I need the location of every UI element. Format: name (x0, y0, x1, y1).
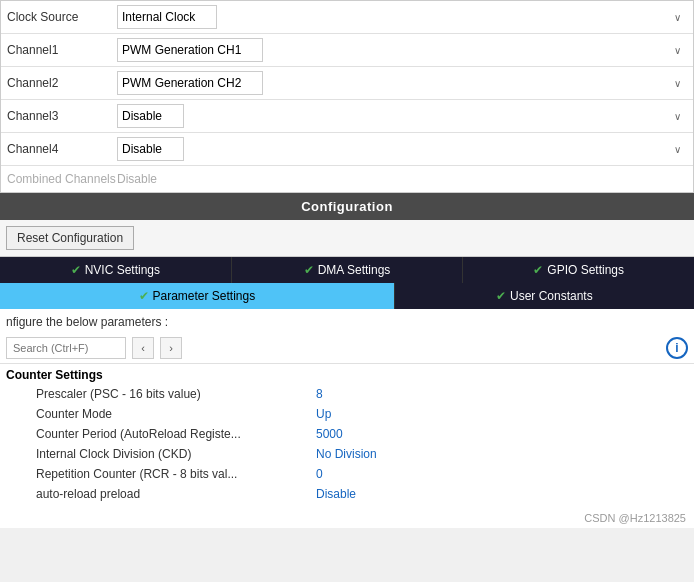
nvic-check-icon: ✔ (71, 263, 81, 277)
watermark: CSDN @Hz1213825 (0, 508, 694, 528)
info-button[interactable]: i (666, 337, 688, 359)
param-row-rcr: Repetition Counter (RCR - 8 bits val... … (6, 464, 688, 484)
param-counter-mode-name: Counter Mode (36, 407, 316, 421)
tab-dma-label: DMA Settings (318, 263, 391, 277)
tab-params-label: Parameter Settings (153, 289, 256, 303)
info-icon: i (675, 341, 678, 355)
chevron-left-icon: ‹ (141, 342, 145, 354)
param-row-counter-mode: Counter Mode Up (6, 404, 688, 424)
channel2-label: Channel2 (7, 76, 117, 90)
channel3-wrapper[interactable]: Disable (117, 104, 687, 128)
channel4-row: Channel4 Disable (1, 133, 693, 166)
configure-text: nfigure the below parameters : (0, 309, 694, 333)
clock-source-select[interactable]: Internal Clock (117, 5, 217, 29)
tabs-row1: ✔ NVIC Settings ✔ DMA Settings ✔ GPIO Se… (0, 257, 694, 283)
clock-source-label: Clock Source (7, 10, 117, 24)
param-rcr-value: 0 (316, 467, 323, 481)
user-constants-check-icon: ✔ (496, 289, 506, 303)
search-input[interactable] (6, 337, 126, 359)
nav-forward-button[interactable]: › (160, 337, 182, 359)
combined-channels-label: Combined Channels (7, 172, 117, 186)
channel4-select[interactable]: Disable (117, 137, 184, 161)
param-row-ckd: Internal Clock Division (CKD) No Divisio… (6, 444, 688, 464)
dma-check-icon: ✔ (304, 263, 314, 277)
chevron-right-icon: › (169, 342, 173, 354)
tab-user-constants-label: User Constants (510, 289, 593, 303)
tab-parameter-settings[interactable]: ✔ Parameter Settings (0, 283, 395, 309)
tab-gpio-settings[interactable]: ✔ GPIO Settings (463, 257, 694, 283)
gpio-check-icon: ✔ (533, 263, 543, 277)
reset-btn-area: Reset Configuration (0, 220, 694, 257)
configure-text-content: nfigure the below parameters : (6, 315, 168, 329)
param-ckd-name: Internal Clock Division (CKD) (36, 447, 316, 461)
param-row-counter-period: Counter Period (AutoReload Registe... 50… (6, 424, 688, 444)
configuration-bar-label: Configuration (301, 199, 393, 214)
tab-nvic-label: NVIC Settings (85, 263, 160, 277)
param-counter-mode-value: Up (316, 407, 331, 421)
param-prescaler-value: 8 (316, 387, 323, 401)
param-auto-reload-value: Disable (316, 487, 356, 501)
channel3-row: Channel3 Disable (1, 100, 693, 133)
params-content: Counter Settings Prescaler (PSC - 16 bit… (0, 364, 694, 508)
channel4-label: Channel4 (7, 142, 117, 156)
channel2-row: Channel2 PWM Generation CH2 (1, 67, 693, 100)
clock-source-row: Clock Source Internal Clock (1, 1, 693, 34)
search-area: ‹ › i (0, 333, 694, 364)
channel3-select[interactable]: Disable (117, 104, 184, 128)
tab-nvic-settings[interactable]: ✔ NVIC Settings (0, 257, 232, 283)
channel2-select[interactable]: PWM Generation CH2 (117, 71, 263, 95)
param-ckd-value: No Division (316, 447, 377, 461)
channel1-row: Channel1 PWM Generation CH1 (1, 34, 693, 67)
param-counter-period-value: 5000 (316, 427, 343, 441)
channel1-label: Channel1 (7, 43, 117, 57)
clock-source-wrapper[interactable]: Internal Clock (117, 5, 687, 29)
channel2-wrapper[interactable]: PWM Generation CH2 (117, 71, 687, 95)
reset-configuration-button[interactable]: Reset Configuration (6, 226, 134, 250)
channel4-wrapper[interactable]: Disable (117, 137, 687, 161)
nav-back-button[interactable]: ‹ (132, 337, 154, 359)
param-row-auto-reload: auto-reload preload Disable (6, 484, 688, 504)
channel1-wrapper[interactable]: PWM Generation CH1 (117, 38, 687, 62)
tabs-row2: ✔ Parameter Settings ✔ User Constants (0, 283, 694, 309)
param-row-prescaler: Prescaler (PSC - 16 bits value) 8 (6, 384, 688, 404)
counter-settings-title: Counter Settings (6, 368, 688, 382)
tab-user-constants[interactable]: ✔ User Constants (395, 283, 694, 309)
watermark-text: CSDN @Hz1213825 (584, 512, 686, 524)
combined-channels-row: Combined Channels Disable (1, 166, 693, 192)
param-auto-reload-name: auto-reload preload (36, 487, 316, 501)
configuration-bar: Configuration (0, 193, 694, 220)
param-prescaler-name: Prescaler (PSC - 16 bits value) (36, 387, 316, 401)
combined-channels-value: Disable (117, 172, 157, 186)
params-check-icon: ✔ (139, 289, 149, 303)
tab-dma-settings[interactable]: ✔ DMA Settings (232, 257, 464, 283)
channel1-select[interactable]: PWM Generation CH1 (117, 38, 263, 62)
tab-gpio-label: GPIO Settings (547, 263, 624, 277)
param-rcr-name: Repetition Counter (RCR - 8 bits val... (36, 467, 316, 481)
param-counter-period-name: Counter Period (AutoReload Registe... (36, 427, 316, 441)
channel3-label: Channel3 (7, 109, 117, 123)
